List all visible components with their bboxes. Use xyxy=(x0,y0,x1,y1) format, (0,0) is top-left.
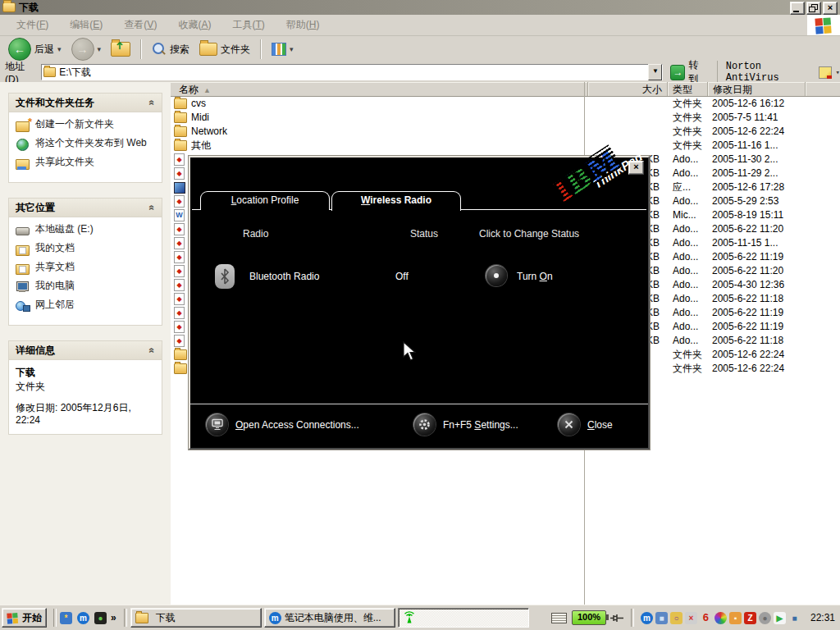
messenger-quicklaunch-icon[interactable]: * xyxy=(60,612,72,624)
views-dropdown-icon[interactable]: ▾ xyxy=(290,45,294,53)
taskbar-task-wireless[interactable] xyxy=(398,608,529,628)
sidebar-item-label: 网上邻居 xyxy=(35,299,150,310)
back-button[interactable]: ← 后退 ▾ xyxy=(5,36,65,62)
menu-item-5[interactable]: 帮助(H) xyxy=(276,16,330,34)
battery-indicator[interactable]: 100% xyxy=(572,610,606,625)
red-app-tray-icon[interactable]: 6 xyxy=(700,612,712,624)
other-places-header[interactable]: 其它位置 « xyxy=(9,199,162,217)
file-tasks-header[interactable]: 文件和文件夹任务 « xyxy=(9,94,162,112)
up-folder-icon xyxy=(111,42,130,57)
color-wheel-tray-icon[interactable] xyxy=(714,612,727,624)
search-button[interactable]: 搜索 xyxy=(148,40,193,58)
start-button[interactable]: 开始 xyxy=(2,608,47,628)
menu-item-4[interactable]: 工具(T) xyxy=(222,16,274,34)
maxthon-tray-icon[interactable]: m xyxy=(641,612,653,624)
file-type: Ado... xyxy=(666,222,705,236)
sidebar-item-place-2[interactable]: 共享文档 xyxy=(16,261,157,274)
table-row[interactable]: Network文件夹2005-12-6 22:24 xyxy=(171,125,840,139)
forward-dropdown-icon[interactable]: ▾ xyxy=(98,45,102,53)
menu-item-1[interactable]: 编辑(E) xyxy=(60,16,112,34)
quick-launch-overflow-chevron[interactable]: » xyxy=(111,612,116,623)
open-access-connections-button[interactable] xyxy=(206,413,228,436)
open-access-connections-label[interactable]: Open Access Connections... xyxy=(235,419,359,431)
sidebar-item-task-0[interactable]: 创建一个新文件夹 xyxy=(16,118,157,131)
column-header-name[interactable]: 名称▲ xyxy=(171,82,588,96)
file-type: Ado... xyxy=(666,194,705,208)
norton-antivirus-button[interactable]: Norton AntiVirus ▾ xyxy=(717,61,840,84)
menu-item-3[interactable]: 收藏(A) xyxy=(168,16,221,34)
fn-f5-settings-button[interactable] xyxy=(413,413,436,436)
media-play-tray-icon[interactable]: ▶ xyxy=(774,612,786,624)
sidebar-item-task-1[interactable]: 将这个文件夹发布到 Web xyxy=(16,137,157,150)
address-dropdown-icon[interactable]: ▼ xyxy=(648,64,662,80)
pdf-file-icon xyxy=(174,279,185,291)
taskbar-clock[interactable]: 22:31 xyxy=(810,612,835,623)
go-arrow-icon: → xyxy=(670,65,685,80)
gray-ball-tray-icon[interactable]: ● xyxy=(759,612,771,624)
sidebar-item-place-3[interactable]: 我的电脑 xyxy=(16,280,157,293)
file-type: 文件夹 xyxy=(666,348,705,362)
table-row[interactable]: 其他文件夹2005-11-16 1... xyxy=(171,139,840,153)
mouse-cursor xyxy=(402,341,420,363)
address-input[interactable]: E:\下载 xyxy=(41,64,663,80)
close-button[interactable]: × xyxy=(823,2,838,15)
power-dot-icon xyxy=(494,273,499,278)
maxthon-quicklaunch-icon[interactable]: m xyxy=(77,612,89,624)
tab-location-profile[interactable]: Location Profile xyxy=(200,191,330,210)
power-plug-icon[interactable] xyxy=(609,613,624,623)
fn-f5-settings-label[interactable]: Fn+F5 Settings... xyxy=(443,419,518,431)
turn-on-button[interactable] xyxy=(486,265,507,286)
network-computer-tray-icon[interactable]: ■ xyxy=(788,612,801,624)
table-row[interactable]: Midi文件夹2005-7-5 11:41 xyxy=(171,111,840,125)
sidebar-item-task-2[interactable]: 共享此文件夹 xyxy=(16,156,157,169)
tab-wireless-radio[interactable]: Wireless Radio xyxy=(331,191,461,211)
search-colorful-tray-icon[interactable]: ○ xyxy=(670,612,682,624)
folder-icon xyxy=(174,126,187,137)
back-label: 后退 xyxy=(34,43,54,57)
taskbar-task-browser[interactable]: m 笔记本电脑使用、维... xyxy=(264,608,395,628)
close-label[interactable]: Close xyxy=(587,419,613,431)
file-date: 2005-12-6 22:24 xyxy=(705,362,802,376)
sidebar-tasks-list: 创建一个新文件夹将这个文件夹发布到 Web共享此文件夹 xyxy=(9,112,162,182)
restore-button[interactable] xyxy=(806,2,821,15)
collapse-chevron-icon[interactable]: « xyxy=(147,205,158,211)
acdsee-quicklaunch-icon[interactable]: ● xyxy=(94,612,107,624)
network-monitors-tray-icon[interactable]: ■ xyxy=(655,612,668,624)
lightning-tray-icon[interactable]: Z xyxy=(744,612,756,624)
views-button[interactable]: ▾ xyxy=(268,41,297,57)
file-type: Ado... xyxy=(666,236,705,250)
table-row[interactable]: cvs文件夹2005-12-6 16:12 xyxy=(171,97,840,111)
share-folder-icon xyxy=(16,157,30,169)
file-date: 2005-12-6 16:12 xyxy=(705,97,802,111)
forward-button[interactable]: → ▾ xyxy=(68,36,105,62)
dialog-close-button[interactable]: × xyxy=(628,161,644,175)
details-header[interactable]: 详细信息 « xyxy=(9,341,162,360)
keyboard-layout-icon[interactable] xyxy=(551,613,567,623)
sidebar-item-place-0[interactable]: 本地磁盘 (E:) xyxy=(16,223,157,236)
menu-item-0[interactable]: 文件(F) xyxy=(7,16,58,34)
orange-window-tray-icon[interactable]: ▪ xyxy=(729,612,742,624)
title-bar[interactable]: 下载 × xyxy=(0,0,840,15)
folders-button[interactable]: 文件夹 xyxy=(196,41,253,58)
column-header-date[interactable]: 修改日期 xyxy=(708,82,806,96)
sidebar-item-place-4[interactable]: 网上邻居 xyxy=(16,299,157,312)
disabled-device-tray-icon[interactable]: × xyxy=(685,612,697,624)
collapse-chevron-icon[interactable]: « xyxy=(147,348,158,354)
column-header-size[interactable]: 大小 xyxy=(588,82,668,96)
taskbar-task-download[interactable]: 下载 xyxy=(130,608,262,628)
dialog-close-round-button[interactable] xyxy=(558,413,580,436)
column-header-type[interactable]: 类型 xyxy=(668,82,708,96)
turn-on-label[interactable]: Turn On xyxy=(517,271,553,282)
collapse-chevron-icon[interactable]: « xyxy=(147,100,158,106)
back-dropdown-icon[interactable]: ▾ xyxy=(57,45,62,53)
views-icon xyxy=(272,43,286,56)
menu-item-2[interactable]: 查看(V) xyxy=(114,16,167,34)
file-type: Mic... xyxy=(666,208,705,222)
file-type: 应... xyxy=(666,180,705,194)
up-button[interactable] xyxy=(107,40,134,58)
minimize-button[interactable] xyxy=(790,2,805,15)
file-type: Ado... xyxy=(666,167,705,180)
sidebar-item-place-1[interactable]: 我的文档 xyxy=(16,242,157,255)
details-folder-name: 下载 xyxy=(16,366,157,380)
norton-dropdown-icon[interactable]: ▾ xyxy=(836,68,840,77)
